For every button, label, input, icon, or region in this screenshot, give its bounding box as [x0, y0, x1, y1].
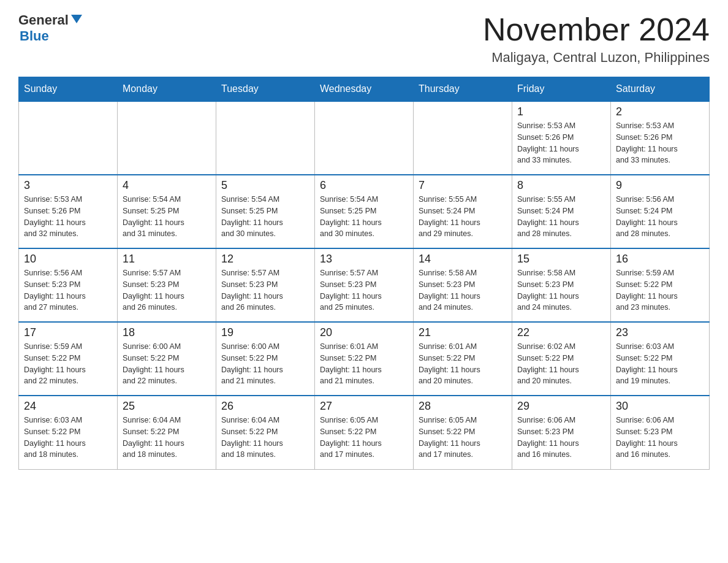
- day-number: 2: [616, 105, 704, 118]
- day-info: Sunrise: 6:00 AMSunset: 5:22 PMDaylight:…: [221, 341, 309, 387]
- calendar-body: 1Sunrise: 5:53 AMSunset: 5:26 PMDaylight…: [19, 101, 710, 469]
- day-cell: [414, 101, 512, 175]
- day-number: 7: [419, 179, 507, 192]
- day-number: 18: [123, 326, 211, 339]
- day-cell: 8Sunrise: 5:55 AMSunset: 5:24 PMDaylight…: [512, 175, 611, 248]
- day-number: 13: [320, 253, 408, 266]
- day-cell: 20Sunrise: 6:01 AMSunset: 5:22 PMDayligh…: [315, 322, 414, 396]
- logo: General Blue: [18, 12, 83, 44]
- day-info: Sunrise: 5:59 AMSunset: 5:22 PMDaylight:…: [24, 341, 112, 387]
- col-saturday: Saturday: [611, 77, 710, 102]
- day-number: 27: [320, 400, 408, 413]
- day-info: Sunrise: 5:57 AMSunset: 5:23 PMDaylight:…: [123, 267, 211, 313]
- day-number: 30: [616, 400, 704, 413]
- day-info: Sunrise: 6:05 AMSunset: 5:22 PMDaylight:…: [419, 415, 507, 461]
- day-info: Sunrise: 6:02 AMSunset: 5:22 PMDaylight:…: [517, 341, 605, 387]
- day-cell: [118, 101, 216, 175]
- col-friday: Friday: [512, 77, 611, 102]
- day-cell: 17Sunrise: 5:59 AMSunset: 5:22 PMDayligh…: [19, 322, 118, 396]
- header-row: Sunday Monday Tuesday Wednesday Thursday…: [19, 77, 710, 102]
- day-cell: 21Sunrise: 6:01 AMSunset: 5:22 PMDayligh…: [414, 322, 512, 396]
- day-cell: 14Sunrise: 5:58 AMSunset: 5:23 PMDayligh…: [414, 248, 512, 322]
- week-row-3: 10Sunrise: 5:56 AMSunset: 5:23 PMDayligh…: [19, 248, 710, 322]
- day-number: 4: [123, 179, 211, 192]
- day-number: 9: [616, 179, 704, 192]
- day-cell: 3Sunrise: 5:53 AMSunset: 5:26 PMDaylight…: [19, 175, 118, 248]
- day-cell: 4Sunrise: 5:54 AMSunset: 5:25 PMDaylight…: [118, 175, 216, 248]
- day-number: 11: [123, 253, 211, 266]
- day-cell: [216, 101, 315, 175]
- location-subtitle: Maligaya, Central Luzon, Philippines: [483, 50, 710, 66]
- day-number: 23: [616, 326, 704, 339]
- day-number: 21: [419, 326, 507, 339]
- calendar-table: Sunday Monday Tuesday Wednesday Thursday…: [18, 77, 710, 470]
- day-cell: [315, 101, 414, 175]
- day-number: 17: [24, 326, 112, 339]
- day-number: 25: [123, 400, 211, 413]
- logo-general-text: General: [18, 12, 69, 28]
- day-cell: 1Sunrise: 5:53 AMSunset: 5:26 PMDaylight…: [512, 101, 611, 175]
- day-cell: 15Sunrise: 5:58 AMSunset: 5:23 PMDayligh…: [512, 248, 611, 322]
- day-cell: 25Sunrise: 6:04 AMSunset: 5:22 PMDayligh…: [118, 396, 216, 469]
- svg-marker-0: [71, 15, 82, 23]
- day-info: Sunrise: 5:58 AMSunset: 5:23 PMDaylight:…: [419, 267, 507, 313]
- week-row-4: 17Sunrise: 5:59 AMSunset: 5:22 PMDayligh…: [19, 322, 710, 396]
- col-wednesday: Wednesday: [315, 77, 414, 102]
- day-info: Sunrise: 5:54 AMSunset: 5:25 PMDaylight:…: [320, 194, 408, 240]
- day-number: 26: [221, 400, 309, 413]
- day-cell: 24Sunrise: 6:03 AMSunset: 5:22 PMDayligh…: [19, 396, 118, 469]
- day-cell: 5Sunrise: 5:54 AMSunset: 5:25 PMDaylight…: [216, 175, 315, 248]
- day-info: Sunrise: 5:53 AMSunset: 5:26 PMDaylight:…: [517, 120, 605, 166]
- day-cell: 29Sunrise: 6:06 AMSunset: 5:23 PMDayligh…: [512, 396, 611, 469]
- day-cell: 19Sunrise: 6:00 AMSunset: 5:22 PMDayligh…: [216, 322, 315, 396]
- day-number: 1: [517, 105, 605, 118]
- month-title: November 2024: [483, 12, 710, 47]
- day-cell: 18Sunrise: 6:00 AMSunset: 5:22 PMDayligh…: [118, 322, 216, 396]
- day-info: Sunrise: 5:54 AMSunset: 5:25 PMDaylight:…: [123, 194, 211, 240]
- day-number: 12: [221, 253, 309, 266]
- col-tuesday: Tuesday: [216, 77, 315, 102]
- title-block: November 2024 Maligaya, Central Luzon, P…: [483, 12, 710, 66]
- day-cell: 26Sunrise: 6:04 AMSunset: 5:22 PMDayligh…: [216, 396, 315, 469]
- day-number: 15: [517, 253, 605, 266]
- logo-blue-text: Blue: [20, 28, 49, 44]
- day-info: Sunrise: 5:56 AMSunset: 5:24 PMDaylight:…: [616, 194, 704, 240]
- day-info: Sunrise: 5:54 AMSunset: 5:25 PMDaylight:…: [221, 194, 309, 240]
- day-cell: 23Sunrise: 6:03 AMSunset: 5:22 PMDayligh…: [611, 322, 710, 396]
- day-info: Sunrise: 5:55 AMSunset: 5:24 PMDaylight:…: [517, 194, 605, 240]
- day-info: Sunrise: 5:55 AMSunset: 5:24 PMDaylight:…: [419, 194, 507, 240]
- day-info: Sunrise: 6:04 AMSunset: 5:22 PMDaylight:…: [123, 415, 211, 461]
- col-sunday: Sunday: [19, 77, 118, 102]
- day-cell: 13Sunrise: 5:57 AMSunset: 5:23 PMDayligh…: [315, 248, 414, 322]
- day-info: Sunrise: 5:53 AMSunset: 5:26 PMDaylight:…: [616, 120, 704, 166]
- day-number: 22: [517, 326, 605, 339]
- day-info: Sunrise: 6:06 AMSunset: 5:23 PMDaylight:…: [517, 415, 605, 461]
- week-row-2: 3Sunrise: 5:53 AMSunset: 5:26 PMDaylight…: [19, 175, 710, 248]
- day-info: Sunrise: 6:00 AMSunset: 5:22 PMDaylight:…: [123, 341, 211, 387]
- day-info: Sunrise: 6:05 AMSunset: 5:22 PMDaylight:…: [320, 415, 408, 461]
- day-number: 5: [221, 179, 309, 192]
- day-cell: 27Sunrise: 6:05 AMSunset: 5:22 PMDayligh…: [315, 396, 414, 469]
- day-number: 14: [419, 253, 507, 266]
- day-info: Sunrise: 5:57 AMSunset: 5:23 PMDaylight:…: [221, 267, 309, 313]
- day-number: 6: [320, 179, 408, 192]
- week-row-1: 1Sunrise: 5:53 AMSunset: 5:26 PMDaylight…: [19, 101, 710, 175]
- day-number: 16: [616, 253, 704, 266]
- day-info: Sunrise: 5:59 AMSunset: 5:22 PMDaylight:…: [616, 267, 704, 313]
- day-cell: 6Sunrise: 5:54 AMSunset: 5:25 PMDaylight…: [315, 175, 414, 248]
- day-number: 8: [517, 179, 605, 192]
- day-number: 20: [320, 326, 408, 339]
- day-cell: 12Sunrise: 5:57 AMSunset: 5:23 PMDayligh…: [216, 248, 315, 322]
- day-info: Sunrise: 6:01 AMSunset: 5:22 PMDaylight:…: [320, 341, 408, 387]
- week-row-5: 24Sunrise: 6:03 AMSunset: 5:22 PMDayligh…: [19, 396, 710, 469]
- day-cell: 9Sunrise: 5:56 AMSunset: 5:24 PMDaylight…: [611, 175, 710, 248]
- day-cell: [19, 101, 118, 175]
- calendar-header: Sunday Monday Tuesday Wednesday Thursday…: [19, 77, 710, 102]
- col-monday: Monday: [118, 77, 216, 102]
- day-cell: 22Sunrise: 6:02 AMSunset: 5:22 PMDayligh…: [512, 322, 611, 396]
- day-number: 3: [24, 179, 112, 192]
- logo-icon: [70, 12, 83, 26]
- day-cell: 28Sunrise: 6:05 AMSunset: 5:22 PMDayligh…: [414, 396, 512, 469]
- day-number: 28: [419, 400, 507, 413]
- day-cell: 7Sunrise: 5:55 AMSunset: 5:24 PMDaylight…: [414, 175, 512, 248]
